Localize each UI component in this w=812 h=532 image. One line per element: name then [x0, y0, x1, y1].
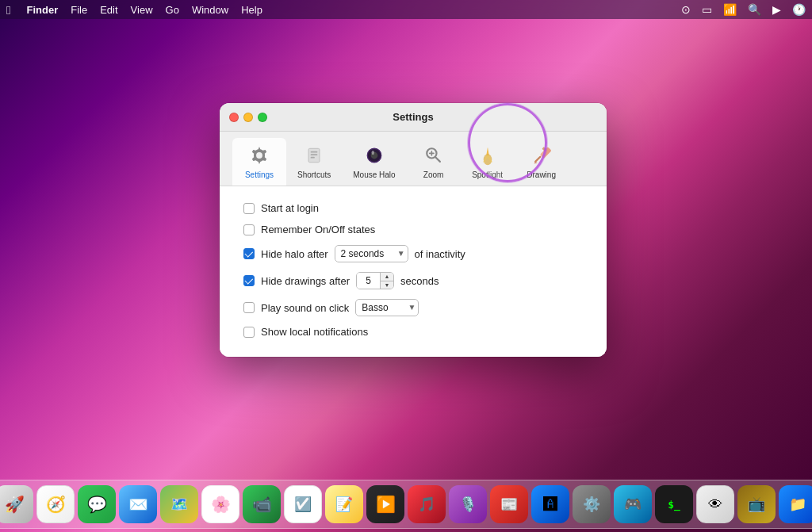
dock-appletv[interactable]: ▶️ — [366, 485, 404, 523]
dock: 🚀 🧭 💬 ✉️ 🗺️ — [0, 480, 812, 529]
start-at-login-row: Start at login — [243, 202, 583, 214]
menubar-app-name[interactable]: Finder — [26, 4, 58, 16]
hide-drawings-decrement[interactable]: ▼ — [381, 281, 393, 289]
tab-zoom[interactable]: Zoom — [407, 138, 461, 186]
tab-shortcuts[interactable]: Shortcuts — [286, 138, 342, 186]
menubar-wifi-icon[interactable]: 📶 — [723, 3, 737, 16]
shortcuts-tab-label: Shortcuts — [297, 170, 331, 179]
menubar:  Finder File Edit View Go Window Help ⊙… — [0, 0, 812, 19]
close-button[interactable] — [229, 113, 239, 122]
svg-line-10 — [435, 157, 440, 162]
dock-tv[interactable]: 📺 — [737, 485, 776, 523]
menubar-help[interactable]: Help — [241, 4, 262, 16]
settings-window: Settings Settings — [220, 103, 607, 357]
svg-rect-3 — [311, 151, 318, 153]
settings-tab-icon — [247, 143, 272, 168]
dock-files[interactable]: 📁 — [779, 485, 812, 523]
menubar-view[interactable]: View — [131, 4, 153, 16]
hide-drawings-label: Hide drawings after — [261, 275, 350, 287]
mouse-halo-tab-icon — [362, 143, 387, 168]
dock-maps[interactable]: 🗺️ — [160, 485, 198, 523]
remember-states-row: Remember On/Off states — [243, 224, 583, 235]
dock-system-preferences[interactable]: ⚙️ — [573, 485, 611, 523]
hide-drawings-stepper: ▲ ▼ — [356, 272, 394, 289]
local-notifications-row: Show local notifications — [243, 326, 583, 338]
hide-halo-select[interactable]: 1 second 2 seconds 3 seconds 5 seconds 1… — [335, 245, 408, 262]
dock-terminal[interactable]: $_ — [655, 485, 693, 523]
dock-arcade[interactable]: 🎮 — [614, 485, 652, 523]
menubar-screen-icon[interactable]: ▶ — [772, 3, 781, 16]
dock-notes[interactable]: 📝 — [325, 485, 363, 523]
menubar-go[interactable]: Go — [166, 4, 179, 16]
settings-tab-label: Settings — [245, 170, 274, 179]
start-at-login-label: Start at login — [261, 202, 319, 214]
hide-halo-select-wrap: 1 second 2 seconds 3 seconds 5 seconds 1… — [335, 245, 408, 262]
svg-rect-4 — [311, 154, 318, 155]
hide-halo-row: Hide halo after 1 second 2 seconds 3 sec… — [243, 245, 583, 262]
local-notifications-checkbox[interactable] — [243, 327, 255, 338]
hide-drawings-row: Hide drawings after ▲ ▼ seconds — [243, 272, 583, 289]
dock-music[interactable]: 🎵 — [408, 485, 446, 523]
window-title: Settings — [393, 111, 433, 123]
traffic-lights — [229, 113, 267, 122]
dock-reminders[interactable]: ☑️ — [284, 485, 322, 523]
zoom-tab-label: Zoom — [423, 170, 444, 179]
menubar-file[interactable]: File — [71, 4, 87, 16]
window-titlebar: Settings — [220, 103, 607, 132]
maximize-button[interactable] — [258, 113, 267, 122]
dock-podcasts[interactable]: 🎙️ — [449, 485, 487, 523]
tab-mouse-halo[interactable]: Mouse Halo — [342, 138, 406, 186]
hide-halo-label: Hide halo after — [261, 248, 328, 260]
menubar-icon-1[interactable]: ⊙ — [681, 3, 691, 16]
menubar-right: ⊙ ▭ 📶 🔍 ▶ 🕐 — [681, 3, 806, 16]
remember-states-label: Remember On/Off states — [261, 224, 375, 235]
dock-launchpad[interactable]: 🚀 — [0, 485, 33, 523]
start-at-login-checkbox[interactable] — [243, 203, 255, 214]
desktop:  Finder File Edit View Go Window Help ⊙… — [0, 0, 812, 532]
menubar-icon-2[interactable]: ▭ — [702, 3, 712, 16]
hide-drawings-input[interactable] — [357, 273, 381, 289]
hide-halo-checkbox[interactable] — [243, 248, 255, 259]
dock-photos[interactable]: 🌸 — [201, 485, 239, 523]
hide-drawings-suffix: seconds — [400, 275, 439, 287]
hide-halo-suffix: of inactivity — [415, 248, 465, 260]
play-sound-select-wrap: Basso Blow Bottle Frog Funk Glass Hero M… — [355, 299, 419, 316]
dock-appstore[interactable]: 🅰 — [531, 485, 569, 523]
play-sound-label: Play sound on click — [261, 302, 349, 314]
tab-settings[interactable]: Settings — [232, 138, 286, 186]
dock-messages[interactable]: 💬 — [78, 485, 116, 523]
local-notifications-label: Show local notifications — [261, 326, 368, 338]
shortcuts-tab-icon — [301, 143, 327, 168]
apple-menu[interactable]:  — [6, 3, 10, 17]
play-sound-select[interactable]: Basso Blow Bottle Frog Funk Glass Hero M… — [355, 299, 419, 316]
hide-drawings-increment[interactable]: ▲ — [381, 273, 393, 281]
svg-rect-5 — [311, 157, 315, 159]
play-sound-checkbox[interactable] — [243, 302, 255, 313]
menubar-search-icon[interactable]: 🔍 — [748, 3, 761, 16]
play-sound-row: Play sound on click Basso Blow Bottle Fr… — [243, 299, 583, 316]
remember-states-checkbox[interactable] — [243, 224, 255, 235]
menubar-edit[interactable]: Edit — [100, 4, 117, 16]
minimize-button[interactable] — [243, 113, 253, 122]
menubar-window[interactable]: Window — [192, 4, 228, 16]
dock-preview[interactable]: 👁 — [696, 485, 734, 523]
mouse-halo-preview — [468, 103, 547, 182]
menubar-clock-icon[interactable]: 🕐 — [792, 3, 806, 16]
window-content: Start at login Remember On/Off states Hi… — [220, 186, 607, 357]
dock-facetime[interactable]: 📹 — [243, 485, 281, 523]
toolbar: Settings Shortcuts — [220, 132, 607, 186]
svg-point-1 — [256, 152, 262, 159]
hide-drawings-stepper-buttons: ▲ ▼ — [381, 273, 393, 289]
dock-safari[interactable]: 🧭 — [36, 485, 75, 523]
zoom-tab-icon — [421, 143, 446, 168]
svg-point-8 — [371, 151, 374, 155]
dock-news[interactable]: 📰 — [490, 485, 528, 523]
dock-mail[interactable]: ✉️ — [119, 485, 157, 523]
menubar-left:  Finder File Edit View Go Window Help — [6, 3, 262, 17]
mouse-halo-tab-label: Mouse Halo — [353, 170, 395, 179]
hide-drawings-checkbox[interactable] — [243, 275, 255, 286]
